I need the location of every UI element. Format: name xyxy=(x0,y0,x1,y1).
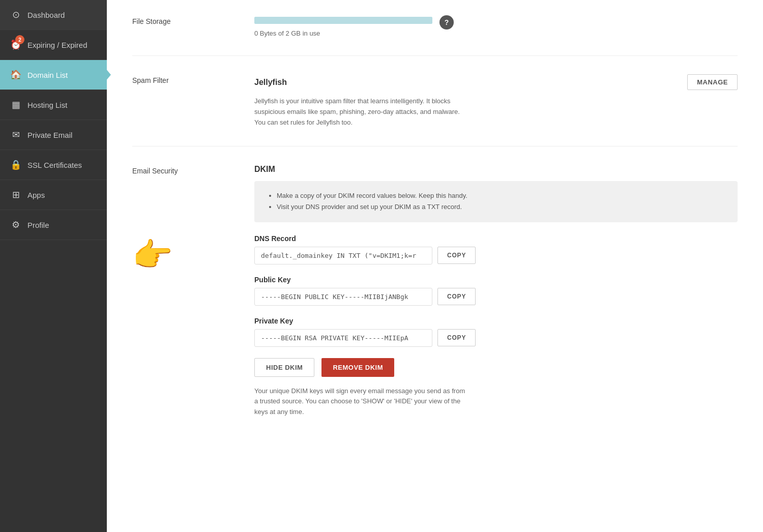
dkim-info-box: Make a copy of your DKIM record values b… xyxy=(254,181,738,222)
public-key-input[interactable] xyxy=(254,288,432,306)
sidebar: ⊙Dashboard⏰2Expiring / Expired🏠Domain Li… xyxy=(0,0,107,532)
manage-button[interactable]: MANAGE xyxy=(687,74,738,90)
private-key-copy-button[interactable]: COPY xyxy=(437,329,476,346)
dns-record-row: COPY xyxy=(254,247,738,264)
file-storage-section: File Storage ? 0 Bytes of 2 GB in use xyxy=(132,15,738,56)
dns-record-copy-button[interactable]: COPY xyxy=(437,247,476,264)
private-key-input[interactable] xyxy=(254,329,432,347)
profile-icon: ⚙ xyxy=(10,219,21,230)
expiring-expired-label: Expiring / Expired xyxy=(27,41,87,49)
ssl-certificates-label: SSL Certificates xyxy=(27,161,82,169)
dns-record-label: DNS Record xyxy=(254,234,738,243)
domain-list-icon: 🏠 xyxy=(10,69,21,80)
storage-progress-bar xyxy=(254,17,432,24)
dkim-info-item-1: Make a copy of your DKIM record values b… xyxy=(277,190,725,201)
pointing-hand-emoji: 👉 xyxy=(132,237,173,273)
hosting-list-label: Hosting List xyxy=(27,101,67,109)
sidebar-item-expiring-expired[interactable]: ⏰2Expiring / Expired xyxy=(0,30,107,60)
domain-list-label: Domain List xyxy=(27,71,68,79)
email-security-section: Email Security 👉 DKIM Make a copy of you… xyxy=(132,165,738,436)
dkim-footer-text: Your unique DKIM keys will sign every em… xyxy=(254,386,468,418)
ssl-certificates-icon: 🔒 xyxy=(10,159,21,170)
dkim-actions: HIDE DKIM REMOVE DKIM xyxy=(254,358,738,377)
profile-label: Profile xyxy=(27,221,49,229)
spam-filter-content: Jellyfish MANAGE Jellyfish is your intui… xyxy=(254,74,738,128)
spam-filter-label: Spam Filter xyxy=(132,74,234,128)
public-key-copy-button[interactable]: COPY xyxy=(437,288,476,305)
email-security-content: DKIM Make a copy of your DKIM record val… xyxy=(254,165,738,418)
hide-dkim-button[interactable]: HIDE DKIM xyxy=(254,358,314,377)
dkim-title: DKIM xyxy=(254,165,738,174)
dashboard-label: Dashboard xyxy=(27,11,65,19)
private-email-icon: ✉ xyxy=(10,129,21,140)
email-security-label: Email Security 👉 xyxy=(132,165,234,418)
public-key-row: COPY xyxy=(254,288,738,306)
file-storage-label: File Storage xyxy=(132,15,234,37)
dashboard-icon: ⊙ xyxy=(10,9,21,20)
sidebar-item-domain-list[interactable]: 🏠Domain List xyxy=(0,60,107,90)
private-key-row: COPY xyxy=(254,329,738,347)
sidebar-item-profile[interactable]: ⚙Profile xyxy=(0,210,107,240)
storage-usage-text: 0 Bytes of 2 GB in use xyxy=(254,29,738,37)
sidebar-item-private-email[interactable]: ✉Private Email xyxy=(0,120,107,150)
sidebar-item-dashboard[interactable]: ⊙Dashboard xyxy=(0,0,107,30)
spam-filter-header: Jellyfish MANAGE xyxy=(254,74,738,90)
sidebar-item-apps[interactable]: ⊞Apps xyxy=(0,180,107,210)
sidebar-item-hosting-list[interactable]: ▦Hosting List xyxy=(0,90,107,120)
file-storage-content: ? 0 Bytes of 2 GB in use xyxy=(254,15,738,37)
public-key-label: Public Key xyxy=(254,276,738,284)
dkim-info-item-2: Visit your DNS provider and set up your … xyxy=(277,201,725,213)
private-email-label: Private Email xyxy=(27,131,72,139)
apps-label: Apps xyxy=(27,191,45,199)
private-key-label: Private Key xyxy=(254,317,738,325)
dns-record-input[interactable] xyxy=(254,247,432,264)
remove-dkim-button[interactable]: REMOVE DKIM xyxy=(321,358,394,377)
spam-filter-description: Jellyfish is your intuitive spam filter … xyxy=(254,96,468,128)
storage-bar-fill xyxy=(254,17,432,24)
dkim-info-list: Make a copy of your DKIM record values b… xyxy=(267,190,725,213)
spam-filter-title: Jellyfish xyxy=(254,78,287,87)
main-content: File Storage ? 0 Bytes of 2 GB in use Sp… xyxy=(107,0,763,532)
apps-icon: ⊞ xyxy=(10,189,21,200)
spam-filter-section: Spam Filter Jellyfish MANAGE Jellyfish i… xyxy=(132,74,738,146)
sidebar-item-ssl-certificates[interactable]: 🔒SSL Certificates xyxy=(0,150,107,180)
file-storage-help-icon[interactable]: ? xyxy=(439,15,454,29)
expiring-expired-badge: 2 xyxy=(15,35,24,44)
hosting-list-icon: ▦ xyxy=(10,99,21,110)
